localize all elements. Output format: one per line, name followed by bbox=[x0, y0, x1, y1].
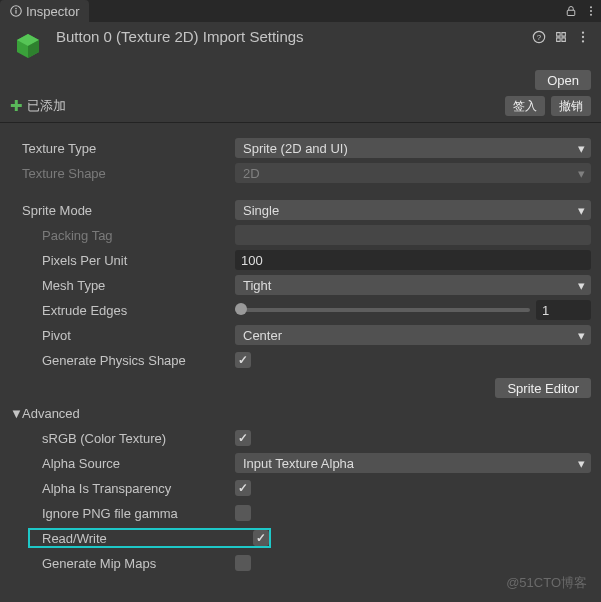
checkin-button[interactable]: 签入 bbox=[505, 96, 545, 116]
chevron-down-icon: ▾ bbox=[578, 456, 585, 471]
info-icon bbox=[10, 5, 22, 17]
gen-physics-checkbox[interactable] bbox=[235, 352, 251, 368]
svg-point-5 bbox=[590, 10, 592, 12]
extrude-edges-value[interactable] bbox=[536, 300, 591, 320]
svg-point-14 bbox=[582, 40, 584, 42]
svg-text:?: ? bbox=[537, 33, 542, 42]
srgb-label: sRGB (Color Texture) bbox=[10, 431, 235, 446]
pixels-per-unit-label: Pixels Per Unit bbox=[10, 253, 235, 268]
alpha-transparency-label: Alpha Is Transparency bbox=[10, 481, 235, 496]
svg-point-13 bbox=[582, 35, 584, 37]
menu-icon[interactable] bbox=[575, 29, 591, 45]
srgb-checkbox[interactable] bbox=[235, 430, 251, 446]
ignore-png-gamma-checkbox[interactable] bbox=[235, 505, 251, 521]
svg-point-4 bbox=[590, 6, 592, 8]
ignore-png-gamma-label: Ignore PNG file gamma bbox=[10, 506, 235, 521]
advanced-label: Advanced bbox=[22, 406, 80, 421]
extrude-edges-slider[interactable] bbox=[235, 308, 530, 312]
vcs-added-icon: ✚ bbox=[10, 97, 23, 115]
alpha-source-dropdown[interactable]: Input Texture Alpha ▾ bbox=[235, 453, 591, 473]
gen-mipmaps-checkbox[interactable] bbox=[235, 555, 251, 571]
chevron-down-icon: ▾ bbox=[578, 141, 585, 156]
svg-point-12 bbox=[582, 31, 584, 33]
slider-thumb[interactable] bbox=[235, 303, 247, 315]
sprite-mode-dropdown[interactable]: Single ▾ bbox=[235, 200, 591, 220]
foldout-arrow-icon: ▼ bbox=[10, 406, 22, 421]
advanced-foldout[interactable]: ▼ Advanced bbox=[10, 402, 591, 424]
texture-type-label: Texture Type bbox=[10, 141, 235, 156]
help-icon[interactable]: ? bbox=[531, 29, 547, 45]
texture-shape-dropdown: 2D ▾ bbox=[235, 163, 591, 183]
svg-rect-3 bbox=[567, 10, 575, 15]
inspector-tab[interactable]: Inspector bbox=[0, 0, 89, 22]
extrude-edges-label: Extrude Edges bbox=[10, 303, 235, 318]
read-write-label: Read/Write bbox=[42, 531, 253, 546]
revert-button[interactable]: 撤销 bbox=[551, 96, 591, 116]
open-button[interactable]: Open bbox=[535, 70, 591, 90]
preset-icon[interactable] bbox=[553, 29, 569, 45]
lock-icon[interactable] bbox=[561, 1, 581, 21]
packing-tag-input bbox=[235, 225, 591, 245]
pixels-per-unit-input[interactable] bbox=[235, 250, 591, 270]
svg-point-1 bbox=[15, 8, 17, 10]
chevron-down-icon: ▾ bbox=[578, 278, 585, 293]
asset-icon bbox=[10, 28, 46, 64]
packing-tag-label: Packing Tag bbox=[10, 228, 235, 243]
pivot-label: Pivot bbox=[10, 328, 235, 343]
chevron-down-icon: ▾ bbox=[578, 203, 585, 218]
tab-title: Inspector bbox=[26, 4, 79, 19]
vcs-status: 已添加 bbox=[27, 97, 66, 115]
pivot-dropdown[interactable]: Center ▾ bbox=[235, 325, 591, 345]
texture-shape-label: Texture Shape bbox=[10, 166, 235, 181]
gen-mipmaps-label: Generate Mip Maps bbox=[10, 556, 235, 571]
mesh-type-label: Mesh Type bbox=[10, 278, 235, 293]
kebab-menu-icon[interactable] bbox=[581, 1, 601, 21]
asset-title: Button 0 (Texture 2D) Import Settings bbox=[56, 28, 304, 45]
alpha-transparency-checkbox[interactable] bbox=[235, 480, 251, 496]
texture-type-dropdown[interactable]: Sprite (2D and UI) ▾ bbox=[235, 138, 591, 158]
watermark: @51CTO博客 bbox=[506, 574, 587, 592]
sprite-mode-label: Sprite Mode bbox=[10, 203, 235, 218]
svg-rect-2 bbox=[15, 10, 16, 14]
svg-point-6 bbox=[590, 14, 592, 16]
alpha-source-label: Alpha Source bbox=[10, 456, 235, 471]
mesh-type-dropdown[interactable]: Tight ▾ bbox=[235, 275, 591, 295]
read-write-checkbox[interactable] bbox=[253, 530, 269, 546]
chevron-down-icon: ▾ bbox=[578, 328, 585, 343]
chevron-down-icon: ▾ bbox=[578, 166, 585, 181]
gen-physics-label: Generate Physics Shape bbox=[10, 353, 235, 368]
sprite-editor-button[interactable]: Sprite Editor bbox=[495, 378, 591, 398]
